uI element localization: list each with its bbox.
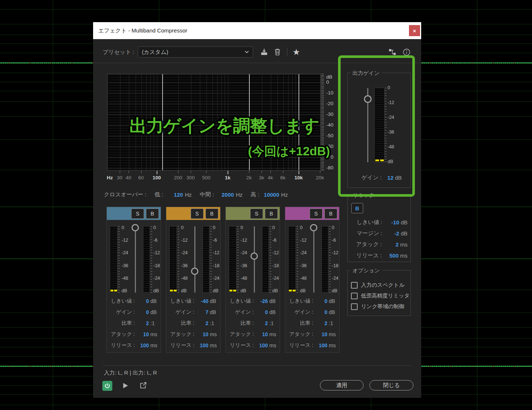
output-level-meter — [374, 88, 385, 162]
x-axis-label: 4k — [268, 175, 273, 180]
checkbox[interactable] — [351, 282, 358, 289]
crossover-field-label: 低 : — [154, 191, 163, 198]
preset-label: プリセット : — [103, 49, 134, 56]
param-value[interactable]: -40 — [194, 298, 208, 304]
scale-label: -24 — [272, 275, 279, 281]
dialog-titlebar[interactable]: エフェクト - Multiband Compressor × — [93, 22, 421, 39]
band-panel: S B 0-12-24-36-48dB 0-6-12-18-24dB しきい値 … — [225, 207, 280, 353]
param-value[interactable]: 10 — [254, 331, 268, 337]
save-preset-button[interactable] — [259, 47, 269, 57]
param-value[interactable]: 0 — [135, 298, 149, 304]
threshold-slider-knob[interactable] — [132, 224, 139, 231]
param-value[interactable]: 7 — [194, 309, 208, 315]
meter-ticks — [385, 88, 386, 162]
param-value[interactable]: 0 — [135, 309, 149, 315]
param-label: しきい値 : — [108, 298, 135, 304]
checkbox[interactable] — [351, 293, 358, 299]
param-value[interactable]: 100 — [135, 342, 149, 348]
param-unit: ms — [329, 342, 336, 348]
checkbox[interactable] — [351, 303, 358, 310]
param-label: ゲイン : — [286, 309, 313, 316]
param-value[interactable]: 10 — [313, 331, 327, 337]
solo-button[interactable]: S — [310, 209, 323, 219]
param-value[interactable]: -2 — [382, 230, 399, 237]
param-value[interactable]: 2 — [313, 320, 327, 326]
scale-label: -48 — [122, 275, 128, 281]
threshold-slider-track[interactable] — [313, 226, 314, 293]
apply-button[interactable]: 適用 — [320, 380, 364, 390]
scale-label: dB — [272, 288, 278, 294]
param-value[interactable]: 100 — [194, 342, 208, 348]
axis-tick — [283, 171, 283, 173]
crossover-field-value[interactable]: 10000 — [264, 192, 279, 198]
param-value[interactable]: 10 — [194, 331, 208, 337]
scale-label: -12 — [332, 250, 338, 256]
scale-label: dB — [300, 288, 306, 294]
param-value[interactable]: 2 — [382, 241, 399, 248]
axis-tick — [129, 171, 129, 173]
axis-tick — [191, 171, 191, 173]
param-value[interactable]: 2 — [194, 320, 208, 326]
threshold-slider-knob[interactable] — [310, 224, 317, 231]
x-axis-labels: Hz3040601002003005001k2k3k4k6k10k20k — [107, 175, 329, 182]
grid-line-horizontal — [0, 9, 532, 10]
param-unit: ms — [210, 342, 217, 348]
param-unit: dB — [401, 230, 407, 237]
param-value[interactable]: -26 — [254, 298, 268, 304]
solo-button[interactable]: S — [191, 209, 204, 219]
param-value[interactable]: 0 — [313, 309, 327, 315]
param-value[interactable]: 2 — [254, 320, 268, 326]
param-value[interactable]: 100 — [254, 342, 268, 348]
preset-dropdown[interactable]: (カスタム) — [138, 46, 253, 58]
loop-playback-button[interactable] — [138, 381, 148, 390]
gain-value[interactable]: 12 — [382, 175, 393, 181]
output-gain-legend: 出力ゲイン — [351, 70, 382, 77]
band-panel: S B 0-12-24-36-48dB 0-6-12-18-24dB しきい値 … — [106, 207, 161, 353]
solo-button[interactable]: S — [250, 209, 263, 219]
param-label: しきい値 : — [167, 298, 194, 304]
solo-button[interactable]: S — [131, 209, 144, 219]
param-value[interactable]: -10 — [382, 219, 399, 225]
info-button[interactable] — [401, 47, 412, 57]
scale-label: 0 — [122, 225, 124, 231]
param-value[interactable]: 500 — [382, 252, 399, 259]
preview-play-button[interactable] — [120, 381, 130, 390]
favorite-button[interactable]: ★ — [291, 47, 301, 57]
param-unit: :1 — [269, 320, 274, 326]
param-value[interactable]: 0 — [254, 309, 268, 315]
band-panel: S B 0-12-24-36-48dB 0-6-12-18-24dB しきい値 … — [166, 207, 221, 353]
preset-value: (カスタム) — [142, 49, 245, 56]
gain-reduction-meter — [262, 226, 269, 293]
crossover-field-value[interactable]: 120 — [167, 192, 183, 198]
threshold-slider-track[interactable] — [135, 226, 136, 293]
routing-button[interactable] — [387, 47, 398, 57]
bypass-button[interactable]: B — [265, 209, 278, 219]
delete-preset-button[interactable] — [272, 47, 283, 57]
threshold-slider-track[interactable] — [194, 226, 195, 293]
scale-label: -24 — [241, 250, 247, 256]
close-button[interactable]: × — [409, 25, 420, 36]
crossover-field-label: 中間 : — [200, 191, 214, 198]
param-value[interactable]: 2 — [135, 320, 149, 326]
bypass-button[interactable]: B — [324, 209, 337, 219]
param-value[interactable]: 100 — [313, 342, 327, 348]
effect-power-toggle[interactable] — [102, 381, 112, 391]
crossover-field-value[interactable]: 2000 — [218, 192, 234, 198]
close-dialog-button[interactable]: 閉じる — [369, 380, 413, 390]
threshold-slider-knob[interactable] — [250, 252, 258, 260]
param-unit: ms — [269, 331, 276, 337]
y-axis-label: -10 — [326, 90, 334, 96]
bypass-button[interactable]: B — [146, 209, 159, 219]
scale-label: -12 — [300, 237, 307, 243]
param-value[interactable]: 10 — [135, 331, 149, 337]
param-value[interactable]: 0 — [313, 298, 327, 304]
output-gain-slider-knob[interactable] — [364, 95, 372, 103]
scale-label: -12 — [388, 100, 394, 106]
bypass-button[interactable]: B — [205, 209, 218, 219]
limiter-bypass-button[interactable]: B — [351, 203, 363, 213]
param-unit: dB — [329, 309, 335, 315]
band-params: しきい値 :0dBゲイン :0dB比率 :2:1アタック :10msリリース :… — [286, 296, 338, 351]
threshold-slider-knob[interactable] — [191, 268, 198, 275]
scale-label: -18 — [272, 263, 279, 269]
meter-ticks — [297, 226, 298, 293]
